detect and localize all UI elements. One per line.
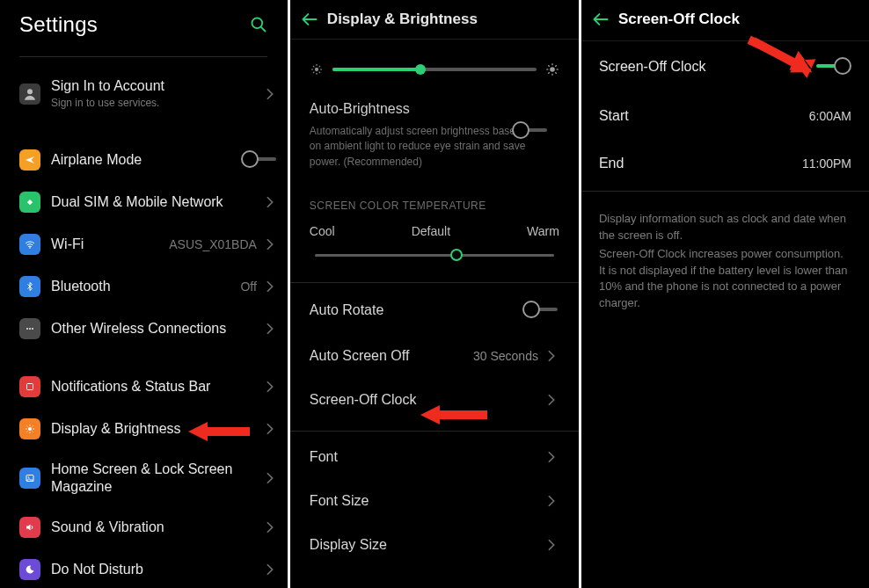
start-value: 6:00AM xyxy=(809,109,851,123)
display-size-row[interactable]: Display Size xyxy=(304,523,565,567)
chevron-right-icon xyxy=(262,236,278,252)
auto-rotate-toggle[interactable] xyxy=(522,301,559,320)
wifi-value: ASUS_X01BDA xyxy=(169,237,257,251)
svg-line-26 xyxy=(313,72,314,73)
bluetooth-value: Off xyxy=(240,279,256,294)
settings-panel: Settings Sign In to Account Sign in to u… xyxy=(0,0,288,588)
notifications-label: Notifications & Status Bar xyxy=(51,379,262,395)
chevron-right-icon xyxy=(262,279,278,294)
notifications-row[interactable]: Notifications & Status Bar xyxy=(0,366,287,408)
chevron-right-icon xyxy=(544,537,559,553)
svg-line-24 xyxy=(313,66,314,67)
svg-line-14 xyxy=(33,432,33,432)
settings-title: Settings xyxy=(19,12,98,37)
note-line-2: Screen-Off Clock increases power consump… xyxy=(599,246,851,312)
chevron-right-icon xyxy=(544,392,559,408)
dual-sim-row[interactable]: Dual SIM & Mobile Network xyxy=(0,181,287,223)
font-row[interactable]: Font xyxy=(304,435,565,479)
airplane-mode-toggle[interactable] xyxy=(241,150,278,170)
home-lock-screen-row[interactable]: Home Screen & Lock Screen Magazine xyxy=(0,450,287,506)
sign-in-row[interactable]: Sign In to Account Sign in to use servic… xyxy=(0,64,287,123)
svg-point-28 xyxy=(550,67,555,72)
font-label: Font xyxy=(310,449,338,465)
auto-rotate-row[interactable]: Auto Rotate xyxy=(304,287,565,334)
color-temp-slider[interactable] xyxy=(315,245,554,266)
auto-screen-off-label: Auto Screen Off xyxy=(310,348,410,364)
font-size-row[interactable]: Font Size xyxy=(304,479,565,523)
display-brightness-panel: Display & Brightness Auto-Brightness Aut… xyxy=(290,0,579,588)
start-time-row[interactable]: Start 6:00AM xyxy=(595,92,855,140)
sign-in-title: Sign In to Account xyxy=(51,78,262,94)
auto-screen-off-value: 30 Seconds xyxy=(473,349,538,363)
sun-large-icon xyxy=(545,62,559,76)
home-lock-screen-label: Home Screen & Lock Screen Magazine xyxy=(51,461,262,496)
moon-icon xyxy=(19,559,40,580)
start-label: Start xyxy=(599,108,629,124)
svg-point-2 xyxy=(27,89,33,94)
chevron-right-icon xyxy=(262,194,278,210)
chevron-right-icon xyxy=(544,348,559,364)
wifi-label: Wi-Fi xyxy=(51,236,169,252)
display-brightness-row[interactable]: Display & Brightness xyxy=(0,408,287,450)
bluetooth-row[interactable]: Bluetooth Off xyxy=(0,265,287,308)
chevron-right-icon xyxy=(262,421,278,437)
notifications-icon xyxy=(19,376,40,397)
bluetooth-icon xyxy=(19,276,40,297)
screen-off-clock-toggle[interactable] xyxy=(814,57,851,76)
temp-warm-label: Warm xyxy=(527,224,559,238)
screen-off-clock-row[interactable]: Screen-Off Clock xyxy=(304,378,565,422)
svg-rect-7 xyxy=(27,384,33,390)
bluetooth-label: Bluetooth xyxy=(51,279,240,294)
sound-vibration-label: Sound & Vibration xyxy=(51,519,262,535)
svg-line-35 xyxy=(548,72,549,73)
airplane-mode-row[interactable]: Airplane Mode xyxy=(0,139,287,181)
display-brightness-label: Display & Brightness xyxy=(51,421,262,437)
auto-screen-off-row[interactable]: Auto Screen Off 30 Seconds xyxy=(304,334,565,378)
end-time-row[interactable]: End 11:00PM xyxy=(595,140,855,187)
auto-rotate-label: Auto Rotate xyxy=(310,302,384,318)
auto-brightness-toggle[interactable] xyxy=(512,121,549,141)
other-wireless-label: Other Wireless Connections xyxy=(51,321,262,337)
end-label: End xyxy=(599,156,624,171)
auto-brightness-label: Auto-Brightness xyxy=(304,87,565,122)
airplane-mode-label: Airplane Mode xyxy=(51,152,241,168)
brightness-icon xyxy=(19,418,40,439)
do-not-disturb-row[interactable]: Do Not Disturb xyxy=(0,548,287,588)
svg-point-6 xyxy=(32,328,33,330)
note-line-1: Display information such as clock and da… xyxy=(599,211,851,244)
back-button[interactable] xyxy=(292,12,327,26)
search-icon[interactable] xyxy=(250,16,267,33)
sign-in-sub: Sign in to use services. xyxy=(51,97,262,109)
screen-off-clock-toggle-row[interactable]: Screen-Off Clock xyxy=(595,41,855,92)
brightness-slider[interactable] xyxy=(332,62,537,76)
dual-sim-label: Dual SIM & Mobile Network xyxy=(51,194,262,210)
screen-off-clock-label: Screen-Off Clock xyxy=(310,392,417,408)
back-button[interactable] xyxy=(583,12,618,26)
chevron-right-icon xyxy=(544,493,559,509)
sun-small-icon xyxy=(310,62,324,76)
svg-line-27 xyxy=(319,66,320,67)
sound-icon xyxy=(19,517,40,538)
chevron-right-icon xyxy=(262,519,278,535)
chevron-right-icon xyxy=(262,470,278,486)
svg-line-13 xyxy=(27,426,28,427)
screen-off-clock-panel: Screen-Off Clock Screen-Off Clock Start … xyxy=(581,0,869,588)
screen-off-clock-note: Display information such as clock and da… xyxy=(595,195,855,312)
chevron-right-icon xyxy=(262,321,278,337)
wifi-icon xyxy=(19,234,40,255)
svg-point-19 xyxy=(315,68,318,71)
display-brightness-title: Display & Brightness xyxy=(327,11,478,28)
svg-line-34 xyxy=(555,72,556,73)
temp-cool-label: Cool xyxy=(310,224,335,238)
svg-line-15 xyxy=(27,432,28,432)
airplane-icon xyxy=(19,149,40,171)
svg-line-25 xyxy=(319,72,320,73)
sound-vibration-row[interactable]: Sound & Vibration xyxy=(0,506,287,548)
chevron-right-icon xyxy=(262,379,278,395)
gallery-icon xyxy=(19,468,40,489)
other-wireless-row[interactable]: Other Wireless Connections xyxy=(0,308,287,350)
wifi-row[interactable]: Wi-Fi ASUS_X01BDA xyxy=(0,223,287,265)
svg-point-3 xyxy=(29,247,31,249)
color-temp-caption: SCREEN COLOR TEMPERATURE xyxy=(304,175,565,221)
display-size-label: Display Size xyxy=(310,537,387,553)
